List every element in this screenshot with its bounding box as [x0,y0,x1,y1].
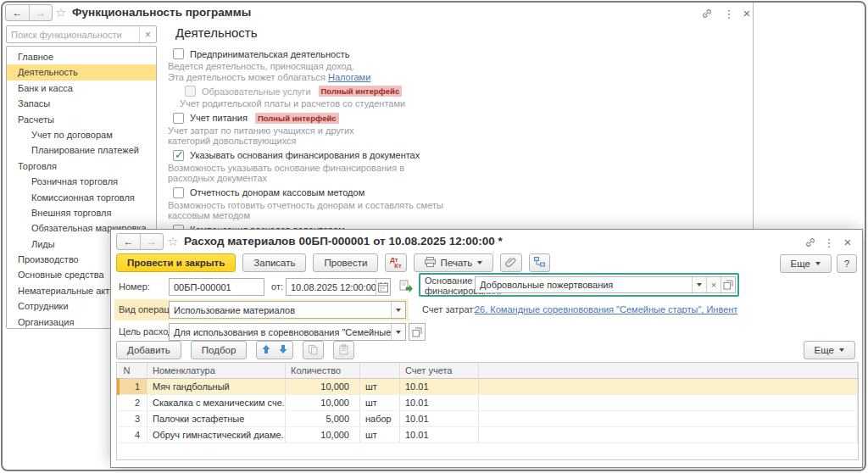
financing-basis-input[interactable]: Добровольные пожертвования × [475,276,736,293]
back-button[interactable]: ← [6,5,29,20]
col-header-n[interactable]: N [119,363,147,378]
table-more-button[interactable]: Еще [804,341,855,359]
forward-button[interactable]: → [140,234,163,249]
cell-quantity[interactable]: 10,000 [286,426,360,442]
button-label: Еще [791,259,810,269]
checkbox-checked[interactable] [173,150,184,161]
open-item-icon[interactable] [721,277,735,292]
pick-items-button[interactable]: Подбор [191,341,248,359]
open-purpose-button[interactable] [409,323,426,341]
sidebar-item-foreign-trade[interactable]: Внешняя торговля [7,205,156,220]
option-description: Возможность готовить отчетность донорам … [166,200,539,221]
sidebar-item-retail-trade[interactable]: Розничная торговля [7,174,156,189]
checkbox-food-accounting[interactable]: Учет питания Полный интерфейс [166,112,539,125]
get-link-icon[interactable] [699,6,715,21]
cell-account[interactable]: 10.01 [400,410,479,426]
button-label: Еще [815,345,834,355]
purpose-select[interactable]: Для использования в соревновования "Семе… [169,323,406,341]
copy-rows-button [303,341,324,359]
get-link-icon[interactable] [803,235,818,250]
close-window-icon[interactable]: × [840,234,855,249]
sidebar-item-payment-planning[interactable]: Планирование платежей [7,142,156,158]
move-down-icon[interactable] [278,344,288,356]
save-button[interactable]: Записать [242,253,306,272]
cell-account[interactable]: 10.01 [400,426,479,442]
button-label: Провести [324,258,367,268]
table-row[interactable]: 3 Палочки эстафетные 5,000 набор 10.01 [119,410,858,426]
debit-credit-button[interactable]: ДтКт [385,253,406,272]
number-input[interactable]: 00БП-000001 [169,278,264,296]
sidebar-item-commission-trade[interactable]: Комиссионная торговля [7,190,156,205]
cell-nomenclature[interactable]: Палочки эстафетные [147,410,286,426]
related-documents-button[interactable] [529,253,550,272]
more-actions-button[interactable]: Еще [780,254,832,273]
post-and-close-button[interactable]: Провести и закрыть [116,253,236,272]
sidebar-item-main[interactable]: Главное [7,49,156,64]
description-line: кассовым методом [168,210,539,221]
cell-nomenclature[interactable]: Мяч гандбольный [147,378,286,394]
checkbox-financing-basis[interactable]: Указывать основания финансирования в док… [166,149,539,162]
cell-quantity[interactable]: 10,000 [286,394,360,410]
cell-n: 1 [119,378,147,394]
favorite-star-icon[interactable]: ☆ [167,235,178,248]
button-label: Провести и закрыть [127,258,225,268]
col-header-nomenclature[interactable]: Номенклатура [147,363,286,378]
favorite-star-icon[interactable]: ☆ [55,6,66,19]
taxes-link[interactable]: Налогами [328,72,370,82]
back-button[interactable]: ← [117,234,140,249]
open-item-icon [409,324,425,340]
print-button[interactable]: Печать [414,253,494,272]
option-description: Учет затрат по питанию учащихся и других… [166,125,539,147]
forward-button[interactable]: → [29,5,52,20]
clear-search-icon[interactable]: × [139,26,156,42]
checkbox[interactable] [173,113,184,124]
dropdown-icon[interactable] [692,277,706,292]
col-header-quantity[interactable]: Количество [286,363,360,378]
cell-quantity[interactable]: 5,000 [286,410,360,426]
cell-extra [479,410,858,426]
date-input[interactable]: 10.08.2025 12:00:00 [286,278,391,296]
checkbox-donor-reporting[interactable]: Отчетность донорам кассовым методом [166,186,539,199]
table-row-selected[interactable]: 1 Мяч гандбольный 10,000 шт 10.01 [119,378,858,394]
search-placeholder: Поиск функциональности [7,30,139,40]
sidebar-item-activity[interactable]: Деятельность [7,64,156,80]
checkbox[interactable] [173,187,184,198]
sidebar-item-inventory[interactable]: Запасы [7,96,156,111]
sidebar-item-bank-cash[interactable]: Банк и касса [7,81,156,96]
create-based-on-icon[interactable] [399,280,413,294]
col-header-unit[interactable] [360,363,400,378]
operation-select[interactable]: Использование материалов [169,301,406,319]
checkbox[interactable] [173,48,184,59]
post-button[interactable]: Провести [313,253,378,272]
purpose-value: Для использования в соревновования "Семе… [170,327,391,337]
attachments-button[interactable] [500,253,522,272]
sidebar-item-contract-accounting[interactable]: Учет по договорам [7,127,156,142]
cell-account[interactable]: 10.01 [400,394,479,410]
clear-field-icon[interactable]: × [706,277,721,292]
section-heading: Деятельность [175,25,258,40]
table-row[interactable]: 4 Обруч гимнастический диаме... 10,000 ш… [119,426,858,442]
dropdown-icon[interactable] [391,324,405,340]
cell-extra [479,378,858,394]
paperclip-icon [505,257,517,270]
cell-quantity[interactable]: 10,000 [286,378,360,394]
calendar-icon[interactable] [376,279,390,295]
sidebar-item-settlements[interactable]: Расчеты [7,112,156,127]
table-row[interactable]: 2 Скакалка с механическим сче... 10,000 … [119,394,858,410]
window-menu-icon[interactable]: ⋮ [721,6,737,21]
screenshot-frame: ← → ☆ Функциональность программы ⋮ × Пои… [1,1,866,471]
functionality-search[interactable]: Поиск функциональности × [6,25,157,43]
help-button[interactable]: ? [837,254,857,273]
col-header-account[interactable]: Счет учета [400,363,479,378]
add-row-button[interactable]: Добавить [116,341,181,359]
window-menu-icon[interactable]: ⋮ [821,235,837,250]
dropdown-icon[interactable] [391,302,405,318]
cost-account-link[interactable]: 26, Командные соревновования "Семейные с… [475,304,737,314]
checkbox-entrepreneurial-activity[interactable]: Предпринимательская деятельность [166,47,539,60]
sidebar-item-trade[interactable]: Торговля [7,159,156,174]
cell-account[interactable]: 10.01 [400,378,479,394]
cell-nomenclature[interactable]: Обруч гимнастический диаме... [147,426,286,442]
move-up-icon[interactable] [261,344,271,356]
checkbox-educational-services[interactable]: Образовательные услуги Полный интерфейс [166,85,539,97]
cell-nomenclature[interactable]: Скакалка с механическим сче... [147,394,286,410]
